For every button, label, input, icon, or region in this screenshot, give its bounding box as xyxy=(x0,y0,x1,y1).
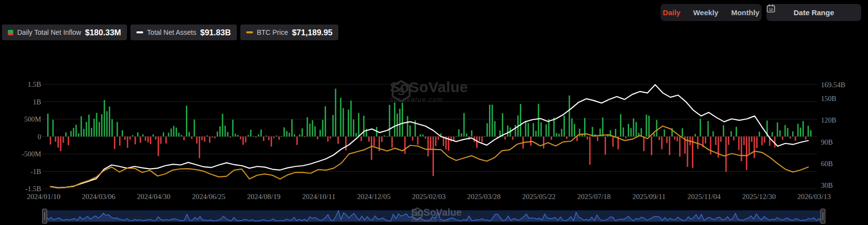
inflow-bar-negative xyxy=(63,137,64,143)
inflow-bar-positive xyxy=(536,131,537,137)
inflow-bar-positive xyxy=(494,121,496,136)
inflow-bar-positive xyxy=(235,134,236,137)
btc-line-swatch-icon xyxy=(246,31,253,33)
left-axis-tick-label: -500M xyxy=(22,150,42,158)
svg-text:12: 12 xyxy=(769,7,773,12)
inflow-bar-positive xyxy=(515,125,516,136)
tab-daily[interactable]: Daily xyxy=(657,4,687,21)
inflow-bar-positive xyxy=(797,124,799,137)
inflow-bar-positive xyxy=(86,122,87,137)
inflow-bar-positive xyxy=(383,135,385,136)
inflow-bar-negative xyxy=(566,137,567,139)
x-axis-date-label: 2025/07/18 xyxy=(577,193,611,200)
inflow-bar-positive xyxy=(153,134,154,136)
inflow-bar-positive xyxy=(294,134,295,136)
legend-item-daily-net-inflow[interactable]: Daily Total Net Inflow $180.33M xyxy=(2,25,127,40)
inflow-bar-negative xyxy=(327,137,329,142)
inflow-bar-negative xyxy=(145,137,146,141)
inflow-bar-negative xyxy=(199,137,200,158)
inflow-bar-positive xyxy=(99,122,100,137)
inflow-bar-negative xyxy=(196,137,198,144)
inflow-bar-positive xyxy=(248,135,249,136)
inflow-bar-positive xyxy=(335,89,336,137)
x-axis-date-label: 2024/12/05 xyxy=(357,193,390,200)
inflow-bar-positive xyxy=(656,120,658,137)
inflow-bar-positive xyxy=(507,125,509,137)
inflow-bar-positive xyxy=(163,132,164,137)
inflow-bar-positive xyxy=(325,106,326,137)
inflow-bar-positive xyxy=(648,116,650,137)
inflow-bar-positive xyxy=(76,125,77,136)
inflow-bar-positive xyxy=(350,100,352,136)
inflow-bar-positive xyxy=(96,113,98,136)
inflow-bar-positive xyxy=(276,136,277,137)
inflow-bar-negative xyxy=(805,137,807,140)
inflow-bar-positive xyxy=(80,116,82,136)
inflow-bar-positive xyxy=(553,118,555,137)
inflow-bar-positive xyxy=(171,128,172,136)
inflow-bar-negative xyxy=(679,137,681,157)
inflow-bar-positive xyxy=(602,118,604,137)
inflow-bar-positive xyxy=(217,131,218,136)
inflow-bar-negative xyxy=(433,137,434,176)
inflow-bar-negative xyxy=(605,137,606,155)
x-axis-date-label: 2025/02/03 xyxy=(412,193,445,200)
left-axis-tick-label: 1B xyxy=(33,98,41,106)
inflow-bar-positive xyxy=(101,114,102,136)
inflow-bar-positive xyxy=(713,131,714,137)
inflow-bar-positive xyxy=(528,123,529,136)
inflow-bar-negative xyxy=(751,137,753,142)
tab-weekly[interactable]: Weekly xyxy=(687,4,724,21)
inflow-bar-negative xyxy=(720,137,722,142)
inflow-bar-positive xyxy=(489,105,490,137)
legend-label: Daily Total Net Inflow xyxy=(17,28,81,36)
inflow-bar-positive xyxy=(386,136,388,137)
legend-item-total-net-assets[interactable]: Total Net Assets $91.83B xyxy=(130,25,237,40)
inflow-bar-negative xyxy=(212,137,213,138)
tab-monthly[interactable]: Monthly xyxy=(725,4,766,21)
inflow-bar-positive xyxy=(237,135,239,136)
inflow-bar-negative xyxy=(479,137,480,141)
x-axis-date-label: 2024/04/30 xyxy=(137,193,170,200)
inflow-bar-positive xyxy=(104,100,105,137)
inflow-bar-positive xyxy=(771,132,773,136)
date-range-button[interactable]: 12 Date Range xyxy=(766,4,861,21)
inflow-bar-negative xyxy=(512,137,513,140)
inflow-bar-positive xyxy=(420,134,421,137)
inflow-bar-negative xyxy=(425,137,426,139)
left-axis-tick-label: 0 xyxy=(38,133,41,141)
inflow-bar-negative xyxy=(374,137,375,147)
inflow-bar-positive xyxy=(525,122,527,137)
x-axis-date-label: 2025/05/22 xyxy=(522,193,556,200)
inflow-bar-negative xyxy=(756,137,758,149)
inflow-bar-negative xyxy=(762,137,763,146)
inflow-bar-negative xyxy=(191,137,193,139)
right-axis-tick-label: 60B xyxy=(821,160,833,168)
inflow-bar-negative xyxy=(204,137,205,142)
inflow-bar-positive xyxy=(723,125,724,136)
inflow-bar-negative xyxy=(158,137,159,156)
inflow-bar-positive xyxy=(540,123,542,137)
inflow-bar-positive xyxy=(808,126,809,137)
inflow-bar-negative xyxy=(697,137,699,149)
legend-value: $71,189.95 xyxy=(292,28,332,37)
right-axis-tick-label: 30B xyxy=(821,181,833,189)
inflow-bar-positive xyxy=(636,122,637,137)
inflow-bar-positive xyxy=(653,133,655,136)
inflow-bar-positive xyxy=(466,134,467,137)
x-axis-date-label: 2026/03/13 xyxy=(797,193,831,200)
inflow-bar-negative xyxy=(741,137,742,161)
inflow-bar-positive xyxy=(343,108,344,137)
inflow-bar-positive xyxy=(563,116,565,137)
inflow-bar-positive xyxy=(574,124,575,137)
inflow-bar-positive xyxy=(286,131,287,136)
inflow-bar-positive xyxy=(173,126,175,137)
legend-item-btc-price[interactable]: BTC Price $71,189.95 xyxy=(240,25,338,40)
inflow-bar-positive xyxy=(520,104,521,136)
inflow-bar-positive xyxy=(731,131,732,137)
inflow-bar-positive xyxy=(181,135,182,136)
inflow-bar-negative xyxy=(597,137,598,141)
inflow-bar-negative xyxy=(268,137,270,141)
inflow-bar-negative xyxy=(435,137,436,147)
inflow-bar-positive xyxy=(78,133,79,136)
